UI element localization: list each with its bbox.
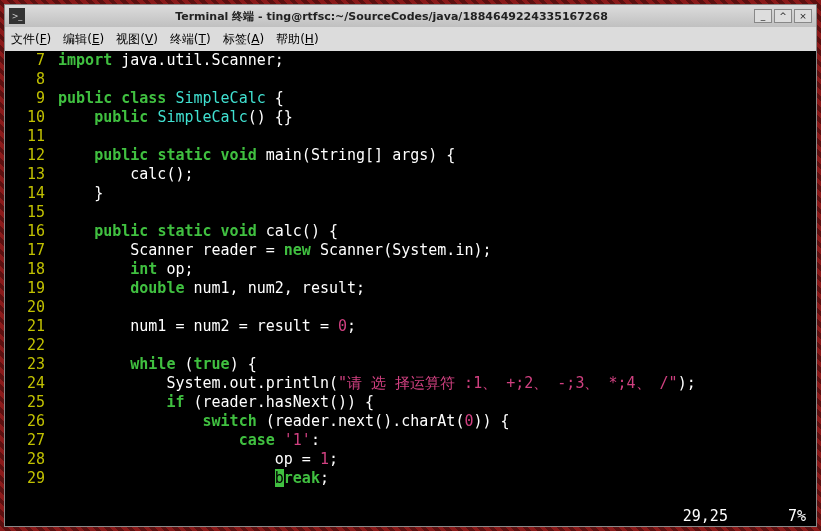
code-line: 21 num1 = num2 = result = 0;: [5, 317, 816, 336]
code-line: 27 case '1':: [5, 431, 816, 450]
line-number: 22: [5, 336, 49, 355]
code-content: case '1':: [49, 431, 816, 450]
code-line: 11: [5, 127, 816, 146]
code-content: [49, 298, 816, 317]
line-number: 16: [5, 222, 49, 241]
line-number: 27: [5, 431, 49, 450]
line-number: 10: [5, 108, 49, 127]
line-number: 11: [5, 127, 49, 146]
line-number: 14: [5, 184, 49, 203]
statusbar: 29,25 7%: [5, 507, 816, 526]
close-button[interactable]: ×: [794, 9, 812, 23]
line-number: 12: [5, 146, 49, 165]
window-title: Terminal 终端 - ting@rtfsc:~/SourceCodes/j…: [31, 9, 752, 24]
menu-e[interactable]: 编辑(E): [63, 31, 104, 48]
cursor-position: 29,25: [683, 507, 728, 526]
line-number: 24: [5, 374, 49, 393]
code-line: 25 if (reader.hasNext()) {: [5, 393, 816, 412]
maximize-button[interactable]: ^: [774, 9, 792, 23]
code-line: 17 Scanner reader = new Scanner(System.i…: [5, 241, 816, 260]
code-line: 9 public class SimpleCalc {: [5, 89, 816, 108]
code-line: 15: [5, 203, 816, 222]
line-number: 13: [5, 165, 49, 184]
code-content: [49, 203, 816, 222]
line-number: 8: [5, 70, 49, 89]
code-line: 8: [5, 70, 816, 89]
line-number: 17: [5, 241, 49, 260]
code-line: 13 calc();: [5, 165, 816, 184]
menubar: 文件(F)编辑(E)视图(V)终端(T)标签(A)帮助(H): [5, 27, 816, 51]
menu-v[interactable]: 视图(V): [116, 31, 158, 48]
code-content: [49, 336, 816, 355]
terminal-icon: >_: [9, 8, 25, 24]
line-number: 9: [5, 89, 49, 108]
code-line: 26 switch (reader.next().charAt(0)) {: [5, 412, 816, 431]
terminal-window: >_ Terminal 终端 - ting@rtfsc:~/SourceCode…: [4, 4, 817, 527]
code-line: 12 public static void main(String[] args…: [5, 146, 816, 165]
menu-f[interactable]: 文件(F): [11, 31, 51, 48]
code-content: public static void calc() {: [49, 222, 816, 241]
scroll-percent: 7%: [788, 507, 806, 526]
code-line: 24 System.out.println("请 选 择运算符 :1、 +;2、…: [5, 374, 816, 393]
line-number: 29: [5, 469, 49, 488]
code-line: 16 public static void calc() {: [5, 222, 816, 241]
line-number: 20: [5, 298, 49, 317]
titlebar[interactable]: >_ Terminal 终端 - ting@rtfsc:~/SourceCode…: [5, 5, 816, 27]
code-content: double num1, num2, result;: [49, 279, 816, 298]
line-number: 23: [5, 355, 49, 374]
code-content: [49, 70, 816, 89]
code-content: if (reader.hasNext()) {: [49, 393, 816, 412]
code-line: 22: [5, 336, 816, 355]
line-number: 15: [5, 203, 49, 222]
menu-t[interactable]: 终端(T): [170, 31, 211, 48]
code-content: [49, 127, 816, 146]
line-number: 19: [5, 279, 49, 298]
minimize-button[interactable]: _: [754, 9, 772, 23]
code-content: num1 = num2 = result = 0;: [49, 317, 816, 336]
code-content: while (true) {: [49, 355, 816, 374]
code-content: import java.util.Scanner;: [49, 51, 816, 70]
editor-area[interactable]: 7 import java.util.Scanner;89 public cla…: [5, 51, 816, 507]
code-content: switch (reader.next().charAt(0)) {: [49, 412, 816, 431]
line-number: 28: [5, 450, 49, 469]
menu-h[interactable]: 帮助(H): [276, 31, 318, 48]
code-content: System.out.println("请 选 择运算符 :1、 +;2、 -;…: [49, 374, 816, 393]
line-number: 7: [5, 51, 49, 70]
code-line: 19 double num1, num2, result;: [5, 279, 816, 298]
code-content: }: [49, 184, 816, 203]
line-number: 21: [5, 317, 49, 336]
code-line: 7 import java.util.Scanner;: [5, 51, 816, 70]
code-content: calc();: [49, 165, 816, 184]
code-line: 14 }: [5, 184, 816, 203]
code-line: 18 int op;: [5, 260, 816, 279]
code-line: 28 op = 1;: [5, 450, 816, 469]
code-line: 29 break;: [5, 469, 816, 488]
menu-a[interactable]: 标签(A): [223, 31, 265, 48]
code-content: op = 1;: [49, 450, 816, 469]
line-number: 18: [5, 260, 49, 279]
code-content: break;: [49, 469, 816, 488]
code-content: Scanner reader = new Scanner(System.in);: [49, 241, 816, 260]
code-content: public static void main(String[] args) {: [49, 146, 816, 165]
line-number: 25: [5, 393, 49, 412]
code-content: public class SimpleCalc {: [49, 89, 816, 108]
line-number: 26: [5, 412, 49, 431]
code-line: 23 while (true) {: [5, 355, 816, 374]
code-content: int op;: [49, 260, 816, 279]
code-content: public SimpleCalc() {}: [49, 108, 816, 127]
code-line: 20: [5, 298, 816, 317]
code-line: 10 public SimpleCalc() {}: [5, 108, 816, 127]
